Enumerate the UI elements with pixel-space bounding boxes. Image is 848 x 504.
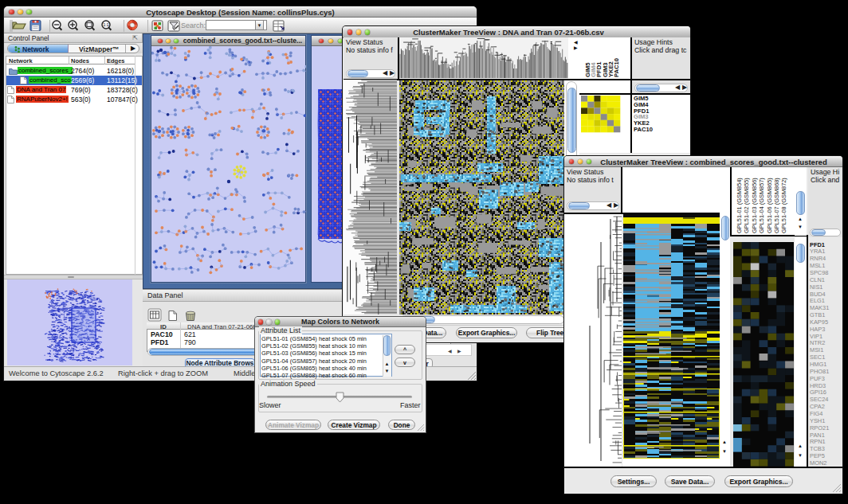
svg-text:1:1: 1:1 bbox=[103, 22, 109, 27]
